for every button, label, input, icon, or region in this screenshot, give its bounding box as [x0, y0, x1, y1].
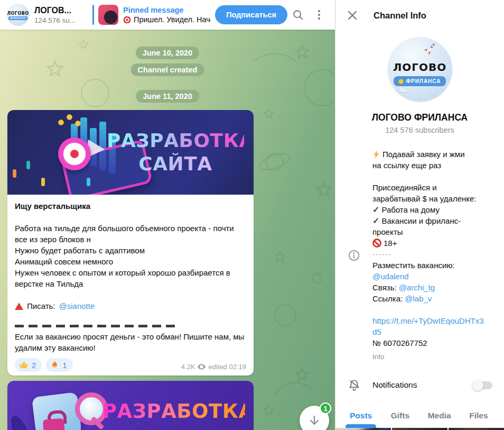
chat-pane: ЛОГОВО ФРИЛАНСА ЛОГОВ... 124 576 su... P…: [0, 0, 335, 430]
info-icon: [335, 249, 372, 262]
avatar-logo-badge: ФРИЛАНСА: [394, 76, 445, 86]
message-paragraph: Нужен человек с опытом и который хорошо …: [15, 267, 246, 289]
pinned-texts: Pinned message Пришел. Увидел. Начал з..…: [123, 5, 211, 25]
avatar-text: ЛОГОВО: [7, 11, 29, 16]
rocket-icon: [423, 40, 438, 56]
contact-line: Писать: @sianotte: [15, 300, 246, 312]
message-footer: 2 1 4.2K: [15, 358, 246, 372]
mention-link[interactable]: @lab_v: [405, 293, 432, 304]
pinned-preview: Пришел. Увидел. Начал з...: [123, 15, 211, 25]
reaction-count: 1: [62, 361, 67, 370]
message-paragraph: Работа на тильде для большого объемного …: [15, 223, 246, 245]
media-thumbnail[interactable]: [392, 428, 447, 430]
channel-description: Подавай заявку и жми на ссылку еще раз П…: [372, 149, 504, 362]
notifications-toggle[interactable]: [473, 381, 492, 389]
lock-illustration: [43, 418, 65, 430]
message-text: Ищу верстальщика Работа на тильде для бо…: [7, 195, 254, 376]
post-image-2-title: РАЗРАБОТКА: [102, 400, 245, 423]
red-triangle-icon: [15, 303, 23, 310]
toggle-knob: [472, 380, 483, 391]
post-image-2[interactable]: РАЗРАБОТКА: [7, 381, 254, 430]
dashed-divider: [15, 325, 176, 327]
reaction-fire[interactable]: 1: [46, 358, 72, 372]
chat-header: ЛОГОВО ФРИЛАНСА ЛОГОВ... 124 576 su... P…: [0, 0, 335, 30]
mention-link[interactable]: @udalend: [372, 271, 409, 282]
check-icon: ✓: [372, 215, 379, 226]
message-bubble: РАЗРАБОТКА: [7, 381, 254, 430]
date-badge[interactable]: June 10, 2020: [136, 47, 199, 59]
pinned-message-bar[interactable]: Pinned message Пришел. Увидел. Начал з..…: [92, 5, 211, 25]
media-thumbnail[interactable]: [335, 428, 391, 430]
reaction-count: 2: [32, 361, 36, 370]
info-field-label: Info: [372, 351, 498, 362]
fire-icon: [50, 360, 59, 370]
channel-info-panel: Channel Info ЛОГОВО ФРИЛАНСА ЛОГОВО ФРИЛ…: [335, 0, 504, 430]
channel-profile-photo[interactable]: ЛОГОВО ФРИЛАНСА: [388, 37, 452, 102]
shared-media-tabs: Posts Gifts Media Files: [335, 405, 504, 427]
media-thumbnail[interactable]: [449, 428, 504, 430]
search-icon[interactable]: [287, 4, 309, 25]
coin-icon: [398, 79, 404, 84]
arrow-down-icon: [308, 414, 321, 427]
post-image[interactable]: РАЗРАБОТКА САЙТА: [7, 110, 254, 195]
scam-warning: Если за вакансию просят деньги - это обм…: [15, 331, 246, 353]
megaphone-illustration: [58, 138, 91, 170]
bell-muted-icon: [335, 379, 372, 392]
pinned-thumbnail: [98, 5, 118, 25]
chat-title-block[interactable]: ЛОГОВ... 124 576 su...: [34, 6, 89, 24]
more-menu-icon[interactable]: [309, 4, 330, 25]
scroll-down-button[interactable]: 1: [300, 406, 329, 430]
contact-label: Писать:: [27, 300, 55, 312]
eye-icon: [198, 364, 206, 370]
subscriber-count: 124 576 subscribers: [335, 126, 504, 134]
paper-plane-icon: [398, 86, 409, 94]
channel-description-row: Подавай заявку и жми на ссылку еще раз П…: [335, 149, 504, 362]
tab-files[interactable]: Files: [459, 405, 498, 427]
lightning-icon: [372, 150, 380, 159]
media-grid: [335, 428, 504, 430]
channel-avatar[interactable]: ЛОГОВО ФРИЛАНСА: [7, 4, 29, 26]
chat-subtitle: 124 576 su...: [34, 16, 89, 24]
message-meta: 4.2K edited 02:19: [181, 363, 246, 372]
post-image-title: РАЗРАБОТКА САЙТА: [107, 129, 244, 176]
message-heading: Ищу верстальщика: [15, 200, 246, 212]
contact-link[interactable]: @sianotte: [59, 300, 95, 312]
edited-label: edited 02:19: [208, 363, 246, 371]
date-badge[interactable]: June 11, 2020: [136, 90, 199, 103]
message-paragraph: Анимаций совсем немного: [15, 256, 246, 267]
view-count: 4.2K: [181, 363, 195, 371]
subscribe-button[interactable]: Подписаться: [215, 5, 287, 24]
avatar-logo-text: ЛОГОВО: [393, 61, 447, 74]
pinned-label: Pinned message: [123, 5, 211, 15]
service-badge: Channel created: [131, 63, 204, 76]
unread-badge: 1: [320, 402, 331, 414]
channel-name: ЛОГОВО ФРИЛАНСА: [335, 112, 504, 123]
channel-number: № 6070267752: [372, 337, 427, 349]
dart-icon: [123, 16, 131, 24]
chat-title: ЛОГОВ...: [34, 6, 89, 15]
check-icon: ✓: [372, 204, 379, 215]
reaction-thumbs-up[interactable]: 2: [15, 358, 42, 372]
notifications-row[interactable]: Notifications: [335, 374, 504, 396]
notifications-label: Notifications: [372, 380, 417, 390]
no-entry-icon: [372, 239, 381, 248]
chat-scroll-area[interactable]: June 10, 2020 Channel created June 11, 2…: [0, 30, 335, 430]
panel-title: Channel Info: [374, 11, 426, 21]
message-bubble: РАЗРАБОТКА САЙТА Ищу верстальщика Работа…: [7, 110, 254, 376]
mention-link[interactable]: @archi_tg: [399, 282, 435, 293]
invite-link[interactable]: https://t.me/+TyDwIEqouDHTx3d5: [372, 315, 484, 337]
avatar-badge-text: ФРИЛАНСА: [8, 16, 27, 20]
tab-gifts[interactable]: Gifts: [380, 405, 419, 427]
tab-media[interactable]: Media: [420, 405, 459, 427]
pinned-preview-text: Пришел. Увидел. Начал з...: [134, 15, 211, 25]
message-paragraph: Нужно будет работать с адаптивом: [15, 245, 246, 256]
thumbs-up-icon: [19, 360, 29, 370]
close-icon[interactable]: [347, 10, 358, 21]
telegram-app: ЛОГОВО ФРИЛАНСА ЛОГОВ... 124 576 su... P…: [0, 0, 504, 430]
tab-posts[interactable]: Posts: [341, 405, 380, 427]
panel-header: Channel Info: [335, 0, 504, 31]
pinned-accent-bar: [92, 5, 94, 25]
